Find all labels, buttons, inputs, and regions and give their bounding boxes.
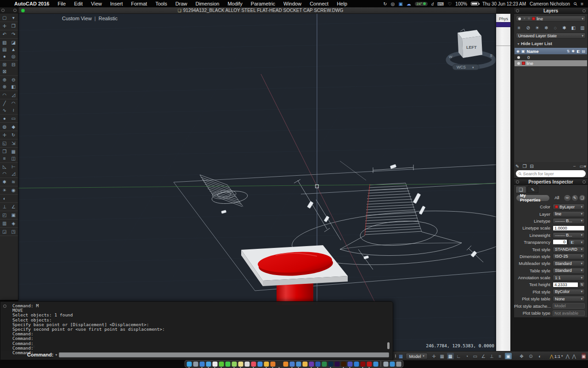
prompt-caret-icon[interactable]: ▾	[55, 353, 57, 357]
layer-lock-icon[interactable]: ✱	[561, 25, 568, 30]
dock-maps-icon[interactable]	[232, 362, 237, 367]
render-tool-icon[interactable]: ◐	[0, 195, 9, 202]
fillet-edge-tool-icon[interactable]: ◠	[0, 92, 9, 98]
layer-options-button[interactable]: ▭▾	[580, 164, 586, 169]
transparency-input[interactable]: 0	[553, 239, 567, 245]
angle-snap-toggle[interactable]: ∠	[480, 353, 487, 359]
remove-layer-button[interactable]: −	[573, 164, 576, 169]
model-space-button[interactable]: Model▾	[406, 353, 427, 359]
menu-tools[interactable]: Tools	[151, 1, 171, 6]
spotlight-icon[interactable]: ⚲	[572, 1, 578, 7]
menu-file[interactable]: File	[53, 1, 70, 6]
section-plane-tool-icon[interactable]: ◰	[0, 212, 9, 218]
statusbar-handle-icon[interactable]	[395, 354, 396, 358]
delete-group-button[interactable]: ⊟	[530, 164, 533, 169]
layer-thaw-icon[interactable]: ☀	[533, 25, 541, 30]
named-views-tool-icon[interactable]: ▥	[0, 220, 9, 227]
annotation-visibility-icon[interactable]: ⋀	[565, 353, 569, 359]
box-tool-icon[interactable]: ▧	[0, 39, 9, 46]
zoom-tool-icon[interactable]: ⊙	[527, 353, 534, 359]
menu-window[interactable]: Window	[279, 1, 305, 6]
layer-freeze-icon[interactable]: ❄	[543, 25, 550, 30]
transparency-select[interactable]: ◧▾	[568, 239, 585, 245]
menubar-clock[interactable]: Thu 30 Jun 12:23 AM	[482, 1, 526, 6]
arc-tool-icon[interactable]: ◠	[9, 100, 18, 107]
dock-vlc-icon[interactable]	[283, 362, 288, 367]
dock-premiere-icon[interactable]	[335, 362, 340, 367]
multileader-style-select[interactable]: Standard▾	[553, 260, 585, 266]
dock-teams-icon[interactable]	[348, 362, 353, 367]
dock-reminders-icon[interactable]	[245, 362, 250, 367]
color-column-icon[interactable]: ▣	[521, 49, 525, 53]
rotate-2d-tool-icon[interactable]: ↻	[9, 132, 18, 138]
scale-tool-icon[interactable]: ◱	[0, 140, 9, 147]
menu-connect[interactable]: Connect	[305, 1, 333, 6]
chamfer-edge-tool-icon[interactable]: ◿	[9, 92, 18, 98]
workspace-icon[interactable]: ▦	[399, 353, 403, 359]
command-scrollbar-thumb[interactable]	[387, 342, 390, 349]
dimension-style-select[interactable]: ISO-25▾	[553, 253, 585, 259]
dock-launchpad-icon[interactable]	[193, 362, 198, 367]
dock-trash-icon[interactable]	[396, 362, 401, 367]
new-layer-button[interactable]: ✎	[515, 164, 519, 169]
snap-reference-toggle[interactable]: ⊥	[488, 353, 495, 359]
user-menu[interactable]: Cameron Nicholson	[530, 1, 570, 6]
dock-finder-icon[interactable]	[187, 362, 192, 367]
menu-help[interactable]: Help	[333, 1, 351, 6]
snap-mode-toggle[interactable]: ✛	[430, 353, 437, 359]
tools-palette-header[interactable]	[0, 7, 18, 13]
menu-parametric[interactable]: Parametric	[247, 1, 279, 6]
text-height-input[interactable]: 4.2333	[553, 282, 578, 288]
intersect-tool-icon[interactable]: ⊗	[0, 83, 9, 90]
sync-icon[interactable]: ↻	[383, 1, 387, 6]
visual-style-control[interactable]: Realistic	[98, 16, 118, 21]
linetype-scale-input[interactable]: 1.0000	[553, 225, 585, 231]
dock-messages-icon[interactable]	[219, 362, 224, 367]
dock-documents-icon[interactable]	[390, 362, 395, 367]
dock-word-icon[interactable]	[316, 362, 321, 367]
dock-autocad-icon[interactable]	[367, 362, 372, 367]
dock-terminal-icon[interactable]	[277, 362, 282, 367]
dock-onedrive-icon[interactable]	[354, 362, 359, 367]
flatshot-tool-icon[interactable]: ▣	[9, 212, 18, 218]
union-tool-icon[interactable]: ⊕	[0, 76, 9, 83]
multiline-tool-icon[interactable]: ≋	[9, 178, 18, 185]
sun-properties-tool-icon[interactable]: ☀	[0, 187, 9, 194]
cloud-icon[interactable]: ☁	[407, 1, 411, 6]
annotation-scale-control[interactable]: ⋀ 1:1 ▾	[550, 354, 563, 359]
move-2d-tool-icon[interactable]: ✛	[0, 132, 9, 138]
polysolid-tool-icon[interactable]: ⊞	[0, 61, 9, 68]
layer-unlock-icon[interactable]: ◌	[552, 25, 559, 30]
fillet-tool-icon[interactable]: ◠	[0, 170, 9, 177]
tool-group-caret-tool-icon[interactable]: ▾	[9, 14, 18, 21]
grid-dim-toggle[interactable]: ▦	[439, 353, 446, 359]
plot-style-table-select[interactable]: None▾	[553, 296, 585, 302]
grid-display-toggle[interactable]: ▦	[447, 353, 454, 359]
materials-palette-strip[interactable]: Phys	[496, 14, 510, 351]
layer-unisolate-icon[interactable]: ▥	[579, 25, 586, 30]
camera-tool-icon[interactable]: ◈	[9, 220, 18, 227]
menu-draw[interactable]: Draw	[171, 1, 192, 6]
rectangle-tool-icon[interactable]: ▭	[9, 115, 18, 122]
plot-column-icon[interactable]: ▤	[582, 49, 585, 53]
dock-facetime-icon[interactable]	[226, 362, 231, 367]
menu-view[interactable]: View	[87, 1, 106, 6]
ring-icon[interactable]: ◎	[391, 1, 395, 6]
dock-firefox-icon[interactable]	[271, 362, 276, 367]
dock-sketch-icon[interactable]	[303, 362, 308, 367]
panel-collapse-icon[interactable]	[582, 9, 586, 12]
dock-notes-icon[interactable]	[238, 362, 243, 367]
compass-west[interactable]: W	[449, 55, 452, 59]
battery-icon[interactable]	[471, 2, 479, 6]
menu-autocad-2016[interactable]: AutoCAD 2016	[10, 1, 53, 6]
ortho-mode-toggle[interactable]: ∟	[455, 353, 462, 359]
torus-tool-icon[interactable]: ◎	[9, 53, 18, 60]
layer-list-header[interactable]: ◉ ▣ Name ⇅ ✱ ◧ ▤	[514, 48, 587, 54]
dock-drive-icon[interactable]	[373, 362, 379, 367]
solid-screw-3d[interactable]	[241, 245, 348, 305]
auto-scale-icon[interactable]: ⋀	[572, 353, 576, 359]
orbit-tool-icon[interactable]: ◐	[537, 353, 543, 359]
menu-edit[interactable]: Edit	[70, 1, 87, 6]
tool-group-selector-tool-icon[interactable]: ▢	[0, 14, 9, 21]
move-tool-icon[interactable]: ✛	[0, 23, 9, 29]
